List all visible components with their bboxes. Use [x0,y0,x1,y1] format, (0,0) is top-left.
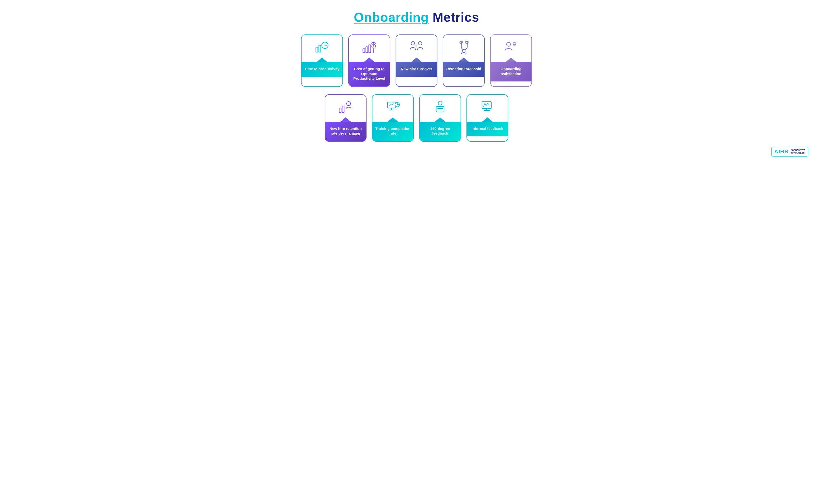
training-chart-icon [385,100,400,115]
chevron-up-cost-optimum [364,57,375,62]
card-label-wrapper-time-to-productivity: Time to productivity [302,62,342,77]
aihr-logo: AIHR ACADEMY TO INNOVATE HR [771,147,808,157]
page-title: Onboarding Metrics [354,10,479,25]
card-label-retention-threshold: Retention threshold [446,67,481,71]
people-star-icon [504,40,518,55]
chart-people-icon [338,100,353,115]
card-label-area-onboarding-satisfaction: Onboarding satisfaction [491,62,531,81]
magnet-people-icon [456,40,471,55]
chart-money-icon: $ [362,40,377,55]
svg-point-20 [347,102,351,105]
title-onboarding: Onboarding [354,10,429,24]
svg-text:$: $ [373,45,374,48]
card-label-cost-optimum: Cost of getting to Optimum Productivity … [351,67,387,81]
clock-chart-icon [315,40,329,55]
card-label-wrapper-informal-feedback: Informal feedback [467,122,508,137]
cards-container: Time to productivity $ Cost of getting t… [281,27,552,142]
card-label-new-hire-retention: New hire retention rate per manager [328,126,363,136]
chevron-up-informal-feedback [482,117,493,122]
title-metrics: Metrics [429,10,479,24]
card-label-training-completion: Training completion rate [375,126,411,136]
svg-point-16 [506,42,510,46]
card-feedback-360: 360-degree feedback [419,94,461,142]
person-chart-icon [433,100,448,115]
card-onboarding-satisfaction: Onboarding satisfaction [490,34,532,87]
card-retention-threshold: Retention threshold [443,34,485,87]
svg-point-12 [419,42,422,45]
svg-point-24 [438,101,442,105]
aihr-logo-text: AIHR [775,148,789,155]
card-label-area-informal-feedback: Informal feedback [467,122,508,137]
svg-rect-5 [363,49,365,53]
card-informal-feedback: Informal feedback [467,94,508,142]
card-label-wrapper-training-completion: Training completion rate [373,122,413,141]
chevron-up-new-hire-retention [340,117,351,122]
card-label-wrapper-onboarding-satisfaction: Onboarding satisfaction [491,62,531,81]
card-training-completion: Training completion rate [372,94,414,142]
chevron-up-retention-threshold [458,57,469,62]
card-label-area-training-completion: Training completion rate [373,122,413,141]
svg-rect-21 [387,102,395,108]
card-label-new-hire-turnover: New hire turnover [401,67,432,71]
row1: Time to productivity $ Cost of getting t… [301,34,532,87]
svg-rect-19 [342,106,344,113]
card-label-area-time-to-productivity: Time to productivity [302,62,342,77]
card-label-area-new-hire-retention: New hire retention rate per manager [325,122,366,141]
svg-point-15 [462,50,465,53]
card-label-wrapper-new-hire-retention: New hire retention rate per manager [325,122,366,141]
card-time-to-productivity: Time to productivity [301,34,343,87]
card-new-hire-turnover: New hire turnover [396,34,437,87]
card-label-onboarding-satisfaction: Onboarding satisfaction [493,67,529,76]
card-label-time-to-productivity: Time to productivity [304,67,339,71]
chevron-up-time-to-productivity [316,57,327,62]
card-label-feedback-360: 360-degree feedback [422,126,458,136]
card-label-area-new-hire-turnover: New hire turnover [396,62,437,77]
card-label-wrapper-feedback-360: 360-degree feedback [420,122,460,141]
card-new-hire-retention: New hire retention rate per manager [325,94,366,142]
chart-screen-icon [480,100,495,115]
chevron-up-training-completion [387,117,398,122]
svg-rect-7 [369,45,371,53]
card-label-area-retention-threshold: Retention threshold [443,62,484,77]
row2: New hire retention rate per manager Trai… [325,94,508,142]
card-label-wrapper-new-hire-turnover: New hire turnover [396,62,437,77]
svg-rect-1 [319,45,321,52]
chevron-up-new-hire-turnover [411,57,422,62]
card-label-informal-feedback: Informal feedback [472,126,503,131]
chevron-up-onboarding-satisfaction [506,57,517,62]
chevron-up-feedback-360 [435,117,446,122]
card-label-area-feedback-360: 360-degree feedback [420,122,460,141]
svg-rect-0 [316,47,318,52]
svg-rect-18 [339,108,341,113]
card-label-wrapper-cost-optimum: Cost of getting to Optimum Productivity … [349,62,390,87]
card-cost-optimum: $ Cost of getting to Optimum Productivit… [348,34,390,87]
card-label-wrapper-retention-threshold: Retention threshold [443,62,484,77]
aihr-sub-text: ACADEMY TO INNOVATE HR [790,149,805,154]
card-label-area-cost-optimum: Cost of getting to Optimum Productivity … [349,62,390,87]
svg-point-11 [411,42,414,45]
people-arrows-icon [409,40,424,55]
svg-rect-6 [366,47,368,53]
svg-rect-25 [436,106,444,112]
